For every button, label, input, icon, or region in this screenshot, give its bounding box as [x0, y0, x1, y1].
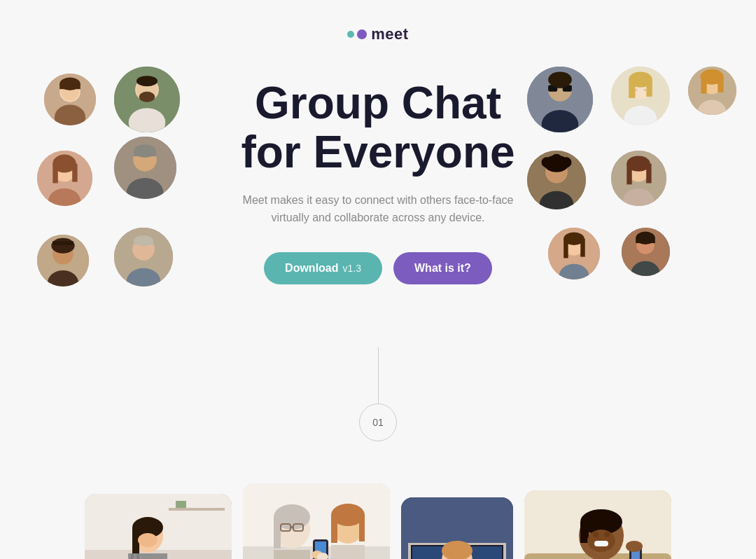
divider-section: 01 — [0, 326, 756, 462]
svg-rect-110 — [331, 545, 365, 559]
svg-point-60 — [561, 157, 572, 167]
svg-rect-5 — [59, 84, 80, 89]
avatar-left-3 — [35, 149, 94, 208]
svg-rect-108 — [331, 515, 337, 543]
svg-point-10 — [139, 92, 155, 102]
svg-rect-72 — [580, 239, 584, 257]
svg-rect-150 — [594, 541, 608, 546]
avatar-right-2 — [609, 64, 672, 127]
avatar-left-6 — [112, 226, 175, 289]
photo-card-1 — [85, 494, 232, 559]
logo-dots — [347, 29, 367, 39]
avatar-right-6 — [546, 226, 602, 282]
svg-rect-77 — [636, 238, 655, 243]
svg-point-146 — [626, 541, 643, 552]
svg-rect-88 — [131, 553, 134, 559]
svg-rect-22 — [134, 151, 156, 156]
avatar-right-1 — [525, 64, 595, 134]
photos-section — [0, 462, 756, 559]
svg-rect-97 — [243, 483, 390, 546]
svg-point-59 — [551, 154, 563, 166]
svg-rect-87 — [128, 553, 167, 559]
divider-line — [378, 347, 379, 403]
svg-rect-52 — [701, 77, 706, 94]
svg-point-148 — [593, 532, 598, 537]
svg-point-149 — [604, 532, 610, 537]
avatar-right-5 — [609, 149, 668, 208]
logo: meet — [347, 25, 408, 43]
svg-rect-83 — [176, 501, 186, 508]
logo-dot-purple — [357, 29, 367, 39]
svg-rect-71 — [564, 239, 568, 258]
svg-point-47 — [644, 89, 647, 92]
svg-rect-66 — [646, 164, 651, 184]
svg-rect-53 — [718, 77, 723, 92]
avatar-left-2 — [112, 64, 182, 134]
download-button[interactable]: Download v1.3 — [264, 252, 382, 284]
logo-text: meet — [371, 25, 408, 43]
avatars-left-group — [28, 57, 238, 324]
svg-rect-27 — [52, 241, 74, 245]
svg-rect-82 — [169, 508, 225, 511]
svg-rect-17 — [72, 164, 77, 182]
svg-rect-104 — [290, 526, 293, 528]
avatar-right-3 — [686, 64, 738, 117]
avatars-right-group — [518, 57, 728, 324]
svg-point-46 — [635, 89, 638, 92]
avatar-left-1 — [42, 71, 98, 127]
svg-rect-32 — [134, 241, 153, 245]
step-indicator: 01 — [359, 403, 397, 441]
version-label: v1.3 — [343, 263, 361, 274]
svg-rect-109 — [359, 515, 365, 541]
photo-card-4 — [524, 490, 671, 559]
svg-point-39 — [548, 72, 572, 88]
hero-buttons: Download v1.3 What is it? — [264, 252, 492, 284]
hero-section: Group Chat for Everyone Meet makes it ea… — [0, 57, 756, 326]
header: meet — [0, 0, 756, 57]
avatar-left-5 — [35, 233, 91, 289]
svg-point-58 — [542, 157, 552, 167]
avatar-right-7 — [620, 226, 672, 278]
svg-point-26 — [51, 238, 74, 254]
hero-title: Group Chat for Everyone — [241, 78, 514, 177]
svg-rect-16 — [52, 164, 57, 184]
avatar-right-4 — [525, 149, 588, 212]
what-is-it-button[interactable]: What is it? — [393, 252, 492, 284]
svg-rect-65 — [626, 164, 631, 185]
avatar-left-4 — [112, 134, 178, 201]
svg-rect-44 — [629, 80, 635, 98]
svg-rect-105 — [274, 550, 310, 559]
svg-point-94 — [138, 533, 158, 547]
svg-rect-45 — [646, 80, 652, 97]
hero-subtitle: Meet makes it easy to connect with other… — [238, 191, 518, 227]
logo-dot-teal — [347, 31, 354, 38]
svg-rect-89 — [136, 553, 139, 559]
svg-point-11 — [136, 76, 158, 86]
svg-rect-101 — [274, 517, 281, 548]
photo-card-3 — [401, 497, 513, 559]
photo-card-2 — [243, 483, 390, 559]
